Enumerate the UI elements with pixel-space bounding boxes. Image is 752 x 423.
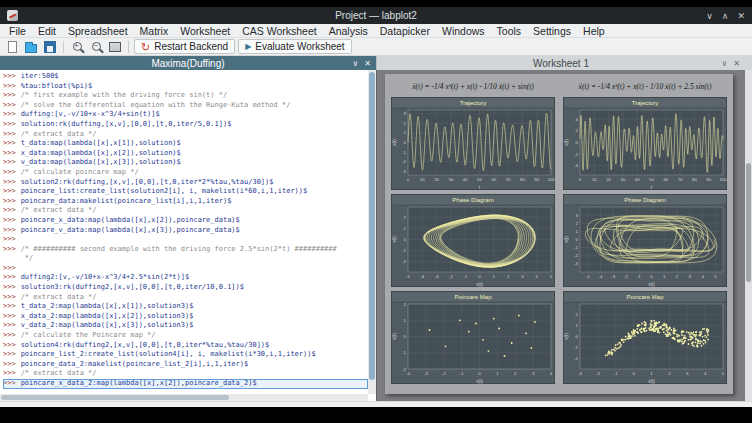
zoom-in-icon[interactable] bbox=[69, 39, 85, 55]
plot-poincare-map-1[interactable]: -4-3-2-101234-2-1012Poincare Mapx(t)v(t) bbox=[391, 291, 555, 384]
worksheet-view[interactable]: ẍ(t) = -1/4 x³(t) + x(t) - 1/10 ẋ(t) + s… bbox=[376, 70, 745, 401]
svg-text:20: 20 bbox=[434, 177, 439, 182]
cas-line[interactable]: >>>poincare_data:makelist(poincare_list[… bbox=[3, 197, 368, 207]
menu-datapicker[interactable]: Datapicker bbox=[374, 24, 436, 37]
cas-line[interactable]: >>>duffing:[v,-v/10+x-x^3/4+sin(t)]$ bbox=[3, 110, 368, 120]
menu-edit[interactable]: Edit bbox=[32, 24, 62, 37]
scrollbar-corner bbox=[745, 56, 752, 70]
cas-line[interactable]: >>>duffing2:[v,-v/10+x-x^3/4+2.5*sin(2*t… bbox=[3, 273, 368, 283]
cas-line[interactable]: >>>/* ########## second example with the… bbox=[3, 245, 368, 255]
panel-close-icon[interactable]: ✕ bbox=[733, 59, 740, 68]
cas-line[interactable]: >>>solution2:rk(duffing,[x,v],[0,0],[t,0… bbox=[3, 178, 368, 188]
menu-help[interactable]: Help bbox=[577, 24, 611, 37]
menu-file[interactable]: File bbox=[3, 24, 32, 37]
cas-line[interactable]: */ bbox=[3, 254, 368, 264]
cas-line[interactable]: >>>%tau:bfloat(%pi)$ bbox=[3, 82, 368, 92]
menu-analysis[interactable]: Analysis bbox=[323, 24, 374, 37]
titlebar[interactable]: Project — labplot2 ∨ ∧ ✕ bbox=[0, 7, 752, 24]
cas-line[interactable]: >>>/* extract data */ bbox=[3, 130, 368, 140]
document-save-icon[interactable] bbox=[42, 39, 58, 55]
plot-cell: -3-2-1012345-2-1012Poincare Mapx(t)v(t) bbox=[563, 291, 727, 384]
cas-line[interactable]: >>>/* calculate the Poincare map */ bbox=[3, 331, 368, 341]
worksheet-vscroll-thumb[interactable] bbox=[746, 163, 751, 282]
svg-text:40: 40 bbox=[463, 177, 468, 182]
cas-line[interactable]: >>>solution3:rk(duffing2,[x,v],[0,0],[t,… bbox=[3, 283, 368, 293]
cas-line[interactable]: >>>solution:rk(duffing,[x,v],[0,0],[t,0,… bbox=[3, 120, 368, 130]
app-window: Project — labplot2 ∨ ∧ ✕ FileEditSpreads… bbox=[0, 7, 752, 407]
evaluate-worksheet-button[interactable]: ▶ Evaluate Worksheet bbox=[238, 39, 351, 54]
cas-vscroll-thumb[interactable] bbox=[369, 72, 375, 380]
plot-poincare-map-2[interactable]: -3-2-1012345-2-1012Poincare Mapx(t)v(t) bbox=[563, 291, 727, 384]
svg-text:-2: -2 bbox=[574, 253, 578, 258]
menu-cas-worksheet[interactable]: CAS Worksheet bbox=[236, 24, 323, 37]
cas-hscroll-thumb[interactable] bbox=[1, 395, 229, 400]
svg-text:100: 100 bbox=[719, 177, 727, 182]
statusbar bbox=[0, 401, 752, 407]
cas-line[interactable]: >>>x_data_2:map(lambda([x],x[2]),solutio… bbox=[3, 312, 368, 322]
close-button[interactable]: ✕ bbox=[737, 11, 745, 21]
plot-phase-diagram-2[interactable]: -5-4-3-2-1012345-3-2-10123Phase Diagramx… bbox=[563, 194, 727, 287]
cas-line[interactable]: >>>/* calculate poincare map */ bbox=[3, 168, 368, 178]
cas-line[interactable]: >>>v_data_2:map(lambda([x],x[3]),solutio… bbox=[3, 321, 368, 331]
svg-text:-1: -1 bbox=[614, 371, 618, 376]
cas-line[interactable]: >>>v_data:map(lambda([x],x[3]),solution)… bbox=[3, 158, 368, 168]
menu-matrix[interactable]: Matrix bbox=[134, 24, 175, 37]
toolbar: ↻ Restart Backend ▶ Evaluate Worksheet bbox=[0, 38, 752, 56]
svg-text:10: 10 bbox=[592, 177, 597, 182]
plot-phase-diagram-1[interactable]: -5-4-3-2-1012345-2-1012Phase Diagramx(t)… bbox=[391, 194, 555, 287]
svg-text:-2: -2 bbox=[574, 152, 578, 157]
cas-line[interactable]: >>>poincare_x_data:map(lambda([x],x[2]),… bbox=[3, 216, 368, 226]
y-axis-label: x(t) bbox=[392, 139, 397, 146]
panel-close-icon[interactable]: ✕ bbox=[364, 59, 371, 68]
plot-cell: 0102030405060708090100-4-2024Trajectoryt… bbox=[563, 97, 727, 190]
panel-float-icon[interactable]: ∨ bbox=[721, 59, 727, 68]
cas-line[interactable]: >>>poincare_data_2:makelist(poincare_lis… bbox=[3, 360, 368, 370]
cas-line[interactable]: >>>poincare_v_data:map(lambda([x],x[3]),… bbox=[3, 226, 368, 236]
cas-line[interactable]: >>>poincare_list:create_list(solution2[i… bbox=[3, 187, 368, 197]
svg-text:80: 80 bbox=[520, 177, 525, 182]
cas-panel-header[interactable]: Maxima(Duffing) ∨ ✕ bbox=[0, 56, 376, 70]
minimize-button[interactable]: ∨ bbox=[706, 11, 713, 21]
cas-line[interactable]: >>>/* extract data */ bbox=[3, 206, 368, 216]
zoom-out-icon[interactable] bbox=[88, 39, 104, 55]
cas-line[interactable]: >>>x_data:map(lambda([x],x[2]),solution)… bbox=[3, 149, 368, 159]
menu-worksheet[interactable]: Worksheet bbox=[174, 24, 236, 37]
cas-line[interactable]: >>>poincare_list_2:create_list(solution4… bbox=[3, 350, 368, 360]
plot-trajectory-1[interactable]: 0102030405060708090100-3-2-10123Trajecto… bbox=[391, 97, 555, 190]
cas-line[interactable]: >>>/* solve the differential equation wi… bbox=[3, 101, 368, 111]
cas-line[interactable]: >>>solution4:rk(duffing2,[x,v],[0,0],[t,… bbox=[3, 341, 368, 351]
worksheet-panel-header[interactable]: Worksheet 1 ∨ ✕ bbox=[376, 56, 745, 70]
cas-worksheet-panel[interactable]: >>>iter:500$>>>%tau:bfloat(%pi)$>>>/* fi… bbox=[0, 70, 376, 401]
cas-line[interactable]: >>>t_data_2:map(lambda([x],x[1]),solutio… bbox=[3, 302, 368, 312]
cas-line[interactable]: >>>iter:500$ bbox=[3, 72, 368, 82]
svg-text:-3: -3 bbox=[611, 274, 615, 279]
restart-backend-button[interactable]: ↻ Restart Backend bbox=[134, 39, 235, 54]
menu-settings[interactable]: Settings bbox=[527, 24, 577, 37]
cas-line[interactable]: >>> bbox=[3, 235, 368, 245]
svg-text:-2: -2 bbox=[596, 371, 600, 376]
plot-trajectory-2[interactable]: 0102030405060708090100-4-2024Trajectoryt… bbox=[563, 97, 727, 190]
cas-line[interactable]: >>>poincare_x_data_2:map(lambda([x],x[2]… bbox=[3, 379, 368, 389]
cas-line[interactable]: >>>/* extract data */ bbox=[3, 293, 368, 303]
maximize-button[interactable]: ∧ bbox=[722, 11, 729, 21]
document-new-icon[interactable] bbox=[4, 39, 20, 55]
cas-line[interactable]: >>>/* extract data */ bbox=[3, 369, 368, 379]
svg-text:-1: -1 bbox=[574, 345, 578, 350]
svg-text:-4: -4 bbox=[574, 163, 578, 168]
panel-float-icon[interactable]: ∨ bbox=[352, 59, 358, 68]
equation-label-2[interactable]: ẍ(t) = -1/4 x³(t) + x(t) - 1/10 ẋ(t) + 2… bbox=[563, 79, 727, 93]
plot-cell: 0102030405060708090100-3-2-10123Trajecto… bbox=[391, 97, 555, 190]
fit-page-icon[interactable] bbox=[107, 39, 123, 55]
menu-tools[interactable]: Tools bbox=[491, 24, 528, 37]
menu-windows[interactable]: Windows bbox=[436, 24, 491, 37]
cas-line[interactable]: >>>t_data:map(lambda([x],x[1]),solution)… bbox=[3, 139, 368, 149]
cas-line[interactable]: >>>/* first example with the driving for… bbox=[3, 91, 368, 101]
y-axis-label: x(t) bbox=[564, 139, 569, 146]
svg-text:-2: -2 bbox=[402, 367, 406, 372]
play-icon: ▶ bbox=[245, 42, 251, 52]
cas-line[interactable]: >>> bbox=[3, 264, 368, 274]
document-open-icon[interactable] bbox=[23, 39, 39, 55]
cas-code-area[interactable]: >>>iter:500$>>>%tau:bfloat(%pi)$>>>/* fi… bbox=[0, 70, 368, 394]
menu-spreadsheet[interactable]: Spreadsheet bbox=[62, 24, 134, 37]
equation-label-1[interactable]: ẍ(t) = -1/4 x³(t) + x(t) - 1/10 ẋ(t) + s… bbox=[391, 79, 555, 93]
